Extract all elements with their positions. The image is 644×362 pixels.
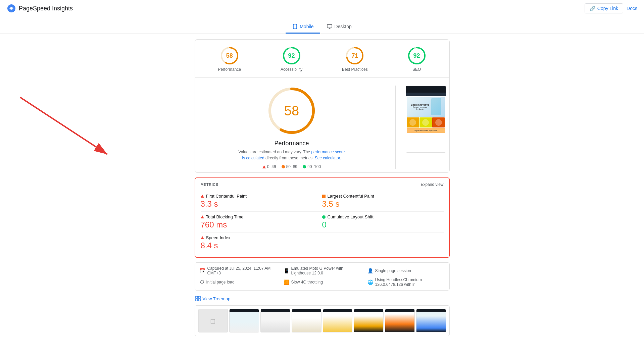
thumb-3 (292, 309, 321, 332)
tab-mobile[interactable]: Mobile (286, 20, 320, 34)
thumb-content-1 (230, 312, 259, 332)
metric-tbt: Total Blocking Time 760 ms (201, 212, 322, 232)
meta-captured-text: Captured at Jul 25, 2024, 11:07 AM GMT+3 (207, 266, 277, 275)
perf-desc-mid: directly from these metrics. (265, 156, 313, 160)
copy-link-button[interactable]: 🔗 Copy Link (585, 3, 623, 13)
metric-si-value: 8.4 s (201, 241, 322, 250)
score-item-performance[interactable]: 58 Performance (218, 46, 241, 72)
svg-point-1 (10, 7, 12, 9)
thumb-1 (229, 309, 259, 332)
thumb-7 (416, 309, 446, 332)
amazon-card-row (407, 117, 445, 127)
performance-label: Performance (218, 67, 241, 72)
score-legend: 0–49 50–89 90–100 (262, 164, 321, 169)
thumb-nav-2 (261, 309, 290, 312)
metric-cls-value: 0 (322, 220, 444, 229)
amazon-footer-bar: Sign in for the best experience (407, 128, 445, 133)
metric-cls-icon (322, 215, 326, 219)
score-item-accessibility[interactable]: 92 Accessibility (281, 46, 302, 72)
legend-triangle-icon (262, 165, 266, 168)
legend-green-range: 90–100 (307, 164, 321, 169)
expand-view-button[interactable]: Expand view (420, 182, 443, 187)
scores-row: 58 Performance 92 Accessibility (195, 40, 449, 77)
metric-si: Speed Index 8.4 s (201, 232, 322, 253)
calculator-link[interactable]: See calculator. (315, 156, 341, 160)
metric-lcp-value: 3.5 s (322, 199, 444, 209)
performance-left: 58 Performance Values are estimated and … (198, 86, 385, 169)
seo-score: 92 (413, 52, 420, 59)
pagespeed-logo (7, 4, 16, 13)
screenshot-panel: Shop Innovative Korean skincare by Jarte (406, 86, 446, 153)
thumb-2 (260, 309, 290, 332)
user-icon: 👤 (367, 268, 373, 273)
view-treemap-button[interactable]: View Treemap (195, 295, 231, 302)
performance-score: 58 (226, 52, 233, 59)
amazon-content-area: Shop Innovative Korean skincare by Jarte (406, 96, 446, 152)
big-score-circle: 58 (266, 86, 317, 136)
score-item-best-practices[interactable]: 71 Best Practices (342, 46, 368, 72)
calendar-icon: 📅 (200, 268, 205, 273)
accessibility-score: 92 (288, 52, 295, 59)
desktop-icon (327, 24, 332, 29)
metric-tbt-label-row: Total Blocking Time (201, 214, 322, 219)
meta-page-load-text: Initial page load (206, 280, 235, 285)
metrics-grid: First Contentful Paint 3.3 s Largest Con… (201, 191, 444, 253)
header-right: 🔗 Copy Link Docs (585, 3, 637, 13)
metric-tbt-value: 760 ms (201, 220, 322, 229)
meta-browser-text: Using HeadlessChromium 126.0.6478.126 wi… (375, 277, 445, 287)
thumb-content-4 (323, 312, 352, 332)
treemap-icon (195, 296, 201, 301)
amazon-subnav-bar (406, 93, 446, 96)
svg-rect-20 (198, 299, 200, 301)
treemap-label: View Treemap (203, 296, 231, 301)
thumb-content-7 (416, 312, 446, 332)
performance-section: 58 Performance Values are estimated and … (195, 77, 449, 172)
meta-session: 👤 Single page session (367, 266, 445, 275)
mobile-icon (292, 24, 298, 29)
thumb-6 (385, 309, 415, 332)
best-practices-score: 71 (351, 52, 358, 59)
svg-rect-17 (196, 296, 198, 298)
screenshot-image: Shop Innovative Korean skincare by Jarte (406, 86, 446, 153)
score-circle-best-practices: 71 (345, 46, 364, 65)
metric-lcp-icon (322, 195, 326, 198)
timer-icon: ⏱ (200, 279, 204, 285)
meta-device: 📱 Emulated Moto G Power with Lighthouse … (284, 266, 361, 275)
thumb-amazon-2 (261, 309, 290, 332)
metric-tbt-icon (201, 215, 204, 218)
signal-icon: 📶 (284, 279, 289, 285)
performance-divider (395, 86, 396, 169)
performance-title: Performance (274, 140, 309, 147)
main-content: 58 Performance 92 Accessibility (191, 39, 453, 343)
thumb-amazon-5 (354, 309, 383, 332)
copy-link-label: Copy Link (597, 6, 618, 11)
thumb-content-5 (354, 312, 383, 332)
performance-desc: Values are estimated and may vary. The p… (238, 149, 345, 161)
thumb-5 (354, 309, 384, 332)
metric-lcp-label-row: Largest Contentful Paint (322, 194, 444, 199)
legend-red-range: 0–49 (267, 164, 276, 169)
amazon-nav-bar (406, 86, 446, 93)
score-item-seo[interactable]: 92 SEO (407, 46, 426, 72)
header-left: PageSpeed Insights (7, 4, 73, 13)
thumb-nav-4 (323, 309, 352, 312)
meta-throttle: 📶 Slow 4G throttling (284, 277, 361, 287)
thumb-content-6 (385, 312, 414, 332)
globe-icon: 🌐 (367, 279, 373, 285)
metric-fcp-value: 3.3 s (201, 199, 322, 209)
meta-section: 📅 Captured at Jul 25, 2024, 11:07 AM GMT… (195, 262, 450, 291)
thumb-4 (323, 309, 353, 332)
thumb-nav-6 (385, 309, 414, 312)
big-performance-score: 58 (284, 103, 299, 118)
legend-red: 0–49 (262, 164, 276, 169)
tabs-container: Mobile Desktop (0, 20, 644, 34)
score-circle-seo: 92 (407, 46, 426, 65)
legend-orange-dot (282, 165, 285, 168)
thumb-nav-7 (416, 309, 446, 312)
thumb-amazon-1 (230, 309, 259, 332)
thumbnails-section: ◻ (195, 305, 450, 336)
docs-button[interactable]: Docs (627, 6, 637, 11)
metric-cls: Cumulative Layout Shift 0 (322, 212, 444, 232)
tab-desktop[interactable]: Desktop (320, 20, 358, 34)
score-circle-performance: 58 (220, 46, 239, 65)
